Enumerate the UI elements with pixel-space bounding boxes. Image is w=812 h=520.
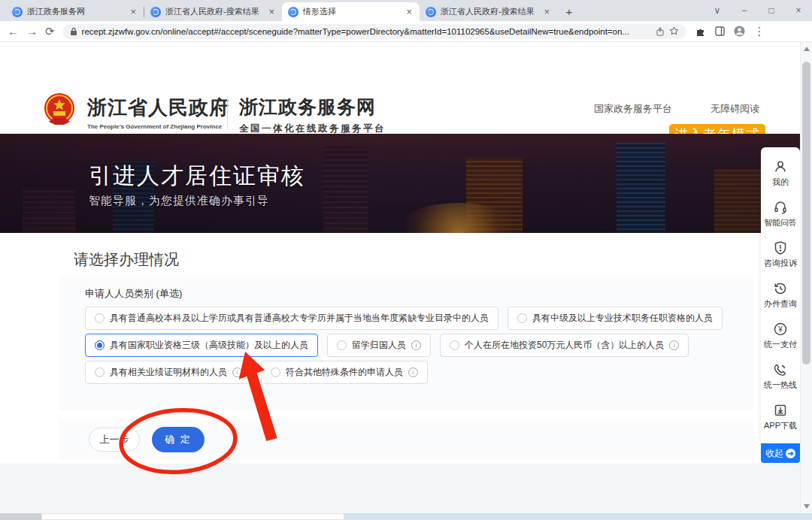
tab-search-result-2[interactable]: 浙江省人民政府-搜索结果 × bbox=[420, 2, 557, 21]
horizontal-scroll-thumb[interactable] bbox=[41, 513, 344, 520]
tab-search-result-1[interactable]: 浙江省人民政府-搜索结果 × bbox=[144, 2, 282, 21]
new-tab-button[interactable]: + bbox=[560, 2, 578, 20]
gov-title: 浙江省人民政府 bbox=[87, 95, 229, 121]
radio-option-returnee[interactable]: 留学归国人员 i bbox=[327, 334, 431, 357]
share-icon[interactable] bbox=[656, 27, 665, 36]
site-title-block: 浙江政务服务网 全国一体化在线政务服务平台 bbox=[239, 95, 386, 135]
tab-close-icon[interactable]: × bbox=[404, 6, 414, 17]
previous-step-button[interactable]: 上一步 bbox=[89, 428, 140, 452]
gov-subtitle: The People's Government of Zhejiang Prov… bbox=[87, 123, 229, 130]
extension-icon[interactable] bbox=[695, 26, 706, 37]
header-links: 国家政务服务平台 无障碍阅读 bbox=[594, 102, 759, 116]
profile-avatar-icon[interactable] bbox=[734, 26, 745, 37]
radio-icon[interactable] bbox=[337, 340, 347, 350]
maximize-button[interactable]: □ bbox=[758, 5, 785, 16]
option-label: 个人在所在地投资50万元人民币（含）以上的人员 bbox=[465, 339, 664, 352]
info-icon[interactable]: i bbox=[232, 367, 242, 377]
tab-close-icon[interactable]: × bbox=[129, 6, 138, 17]
tab-close-icon[interactable]: × bbox=[267, 6, 276, 17]
radio-icon[interactable] bbox=[517, 313, 527, 323]
browser-window: 浙江政务服务网 × 浙江省人民政府-搜索结果 × 情形选择 × 浙江省人民政府-… bbox=[0, 0, 812, 520]
radio-icon[interactable] bbox=[95, 367, 105, 377]
vertical-scroll-thumb[interactable] bbox=[802, 62, 810, 364]
accessible-reading-link[interactable]: 无障碍阅读 bbox=[710, 102, 759, 116]
radio-icon[interactable] bbox=[271, 367, 280, 377]
tab-scene-select-active[interactable]: 情形选择 × bbox=[282, 2, 420, 21]
radio-option-investor[interactable]: 个人在所在地投资50万元人民币（含）以上的人员 i bbox=[440, 334, 689, 357]
radio-option-vocational-selected[interactable]: 具有国家职业资格三级（高级技能）及以上的人员 bbox=[85, 334, 318, 357]
tab-title: 浙江省人民政府-搜索结果 bbox=[165, 6, 262, 17]
forward-icon[interactable]: → bbox=[26, 26, 38, 37]
tab-title: 情形选择 bbox=[303, 6, 400, 17]
sidebar-item-label: 咨询投诉 bbox=[764, 258, 797, 269]
app-download-icon bbox=[773, 403, 788, 418]
payment-yuan-icon: ¥ bbox=[773, 322, 788, 337]
tab-search-menu-icon[interactable]: ∨ bbox=[704, 5, 731, 16]
national-emblem-icon bbox=[41, 92, 77, 131]
option-label: 符合其他特殊条件的申请人员 bbox=[286, 366, 403, 379]
tab-close-icon[interactable]: × bbox=[542, 6, 551, 17]
sidebar-item-app-download[interactable]: APP下载 bbox=[761, 403, 800, 431]
scroll-up-arrow-icon[interactable] bbox=[804, 47, 810, 51]
lock-icon bbox=[70, 27, 77, 36]
user-icon bbox=[773, 159, 788, 174]
radio-selected-icon[interactable] bbox=[95, 340, 105, 350]
minimize-button[interactable]: − bbox=[731, 5, 758, 16]
sidebar-item-hotline[interactable]: 统一热线 bbox=[761, 362, 800, 391]
sidebar-item-label: 我的 bbox=[772, 177, 789, 188]
qa-headset-icon bbox=[773, 200, 788, 215]
browser-toolbar: ← → ⟳ recept.zjzwfw.gov.cn/online/accept… bbox=[0, 21, 812, 42]
action-bar: 上一步 确 定 bbox=[59, 419, 753, 460]
sidebar-item-case-query[interactable]: 办件查询 bbox=[761, 281, 800, 310]
sidebar-item-label: 办件查询 bbox=[764, 298, 797, 310]
svg-text:¥: ¥ bbox=[777, 325, 783, 334]
sidebar-item-label: APP下载 bbox=[764, 420, 797, 431]
radio-icon[interactable] bbox=[450, 340, 459, 350]
side-panel-icon[interactable] bbox=[715, 26, 725, 36]
tab-title: 浙江政务服务网 bbox=[27, 6, 124, 17]
option-row: 具有国家职业资格三级（高级技能）及以上的人员 留学归国人员 i 个人在所在地投资… bbox=[85, 334, 689, 357]
option-label: 留学归国人员 bbox=[352, 339, 406, 352]
tab-favicon bbox=[426, 7, 436, 17]
option-label: 具有国家职业资格三级（高级技能）及以上的人员 bbox=[110, 339, 308, 352]
info-icon[interactable]: i bbox=[408, 367, 418, 377]
sidebar-item-smart-qa[interactable]: 智能问答 bbox=[761, 200, 800, 228]
vertical-scrollbar bbox=[800, 42, 812, 513]
tab-zjzwfw[interactable]: 浙江政务服务网 × bbox=[6, 2, 144, 21]
hotline-phone-icon bbox=[773, 362, 788, 377]
sidebar-item-label: 统一热线 bbox=[764, 379, 797, 391]
kebab-menu-icon[interactable]: ⋮ bbox=[754, 26, 765, 37]
option-label: 具有普通高校本科及以上学历或具有普通高校大专学历并属于当地当年度紧缺专业目录中的… bbox=[110, 312, 489, 325]
url-text[interactable]: recept.zjzwfw.gov.cn/online/accept#/acce… bbox=[82, 27, 651, 36]
sidebar-item-complaint[interactable]: 咨询投诉 bbox=[761, 240, 800, 269]
gov-title-block: 浙江省人民政府 The People's Government of Zheji… bbox=[87, 95, 229, 130]
footer-strip bbox=[0, 464, 800, 513]
radio-option-achievement[interactable]: 具有相关业绩证明材料的人员 i bbox=[85, 361, 252, 384]
scroll-down-arrow-icon[interactable] bbox=[804, 504, 810, 509]
bookmark-star-icon[interactable] bbox=[669, 26, 679, 36]
info-icon[interactable]: i bbox=[669, 340, 679, 350]
option-row: 具有普通高校本科及以上学历或具有普通高校大专学历并属于当地当年度紧缺专业目录中的… bbox=[85, 307, 723, 330]
sidebar-item-label: 统一支付 bbox=[764, 339, 797, 350]
radio-option-degree[interactable]: 具有普通高校本科及以上学历或具有普通高校大专学历并属于当地当年度紧缺专业目录中的… bbox=[85, 307, 498, 330]
sidebar-item-unified-payment[interactable]: ¥ 统一支付 bbox=[761, 322, 800, 350]
back-icon[interactable]: ← bbox=[8, 26, 19, 37]
collapse-panel-button[interactable]: 收起 ➜ bbox=[761, 443, 800, 463]
info-icon[interactable]: i bbox=[411, 340, 421, 350]
close-window-button[interactable]: × bbox=[785, 5, 812, 16]
main-content: 请选择办理情况 申请人人员类别 (单选) 具有普通高校本科及以上学历或具有普通高… bbox=[0, 233, 800, 464]
confirm-button[interactable]: 确 定 bbox=[152, 427, 205, 452]
history-clock-icon bbox=[773, 281, 788, 296]
site-header: 浙江省人民政府 The People's Government of Zheji… bbox=[0, 42, 800, 134]
address-bar[interactable]: recept.zjzwfw.gov.cn/online/accept#/acce… bbox=[62, 24, 686, 39]
tab-favicon bbox=[150, 7, 161, 17]
option-label: 具有中级及以上专业技术职务任职资格的人员 bbox=[532, 312, 713, 325]
radio-option-special[interactable]: 符合其他特殊条件的申请人员 i bbox=[261, 361, 428, 384]
radio-option-mid-title[interactable]: 具有中级及以上专业技术职务任职资格的人员 bbox=[508, 307, 723, 330]
sidebar-item-mine[interactable]: 我的 bbox=[761, 159, 800, 188]
complaint-shield-icon bbox=[773, 240, 788, 255]
reload-icon[interactable]: ⟳ bbox=[45, 26, 55, 37]
national-platform-link[interactable]: 国家政务服务平台 bbox=[594, 102, 672, 116]
floating-side-panel: 我的 智能问答 咨询投诉 办件查询 ¥ 统一支付 统一热线 APP下载 bbox=[761, 147, 800, 443]
radio-icon[interactable] bbox=[95, 313, 105, 323]
